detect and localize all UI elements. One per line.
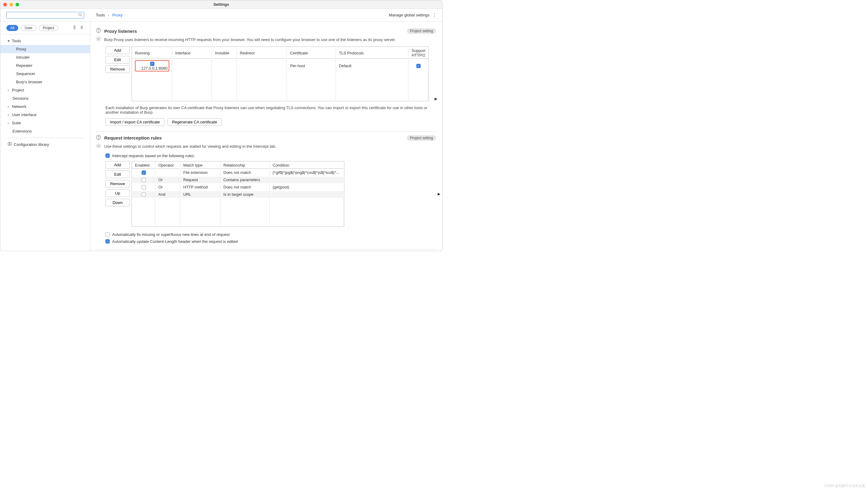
col-operator[interactable]: Operator: [156, 162, 180, 169]
expand-triangle-icon[interactable]: ▶: [438, 192, 440, 196]
minimize-window-button[interactable]: [9, 3, 13, 6]
chevron-right-icon: ›: [108, 13, 109, 17]
col-relationship[interactable]: Relationship: [221, 162, 270, 169]
sidebar-item-sessions[interactable]: Sessions: [0, 94, 90, 102]
section-title: Request interception rules: [104, 135, 404, 141]
table-row[interactable]: Or Request Contains parameters: [132, 177, 343, 183]
rule-enabled-checkbox[interactable]: [142, 185, 146, 189]
manage-global-settings-link[interactable]: Manage global settings: [389, 13, 429, 17]
chevron-right-icon: ›: [8, 104, 12, 109]
col-tls[interactable]: TLS Protocols: [336, 48, 408, 59]
auto-update-content-length-checkbox[interactable]: ✓: [105, 239, 110, 243]
auto-fix-newlines-label: Automatically fix missing or superfluous…: [112, 232, 230, 237]
breadcrumb-proxy[interactable]: Proxy: [113, 13, 122, 17]
top-row: Tools › Proxy Manage global settings ⋮: [0, 9, 442, 22]
collapse-all-icon[interactable]: [80, 25, 84, 30]
table-row[interactable]: ✓ File extension Does not match (^gif$|^…: [132, 169, 343, 176]
proxy-listeners-table[interactable]: Running Interface Invisible Redirect Cer…: [132, 47, 429, 101]
section-response-interception: Response interception rules Project sett…: [96, 250, 436, 251]
intercept-based-on-rules-checkbox[interactable]: ✓: [105, 154, 110, 158]
auto-fix-newlines-checkbox[interactable]: [105, 232, 110, 237]
table-row[interactable]: Or HTTP method Does not match (get|post): [132, 184, 343, 191]
col-invisible[interactable]: Invisible: [212, 48, 237, 59]
sidebar-item-repeater[interactable]: Repeater: [0, 61, 90, 70]
sidebar-item-sequencer[interactable]: Sequencer: [0, 70, 90, 78]
rule-enabled-checkbox[interactable]: [142, 192, 146, 197]
nav-separator: [6, 138, 84, 138]
svg-point-6: [98, 38, 99, 39]
col-certificate[interactable]: Certificate: [287, 48, 336, 59]
project-setting-badge: Project setting: [407, 135, 436, 141]
gear-icon[interactable]: [96, 36, 101, 43]
sidebar-item-burps-browser[interactable]: Burp's browser: [0, 78, 90, 86]
interception-rules-table[interactable]: Enabled Operator Match type Relationship…: [132, 161, 344, 227]
svg-point-9: [98, 145, 99, 147]
main-content: Proxy listeners Project setting Burp Pro…: [90, 22, 442, 251]
edit-rule-button[interactable]: Edit: [105, 171, 130, 178]
http2-checkbox[interactable]: ✓: [416, 64, 421, 68]
sidebar-item-intruder[interactable]: Intruder: [0, 53, 90, 61]
ca-note: Each installation of Burp generates its …: [105, 105, 436, 115]
section-title: Proxy listeners: [104, 29, 404, 34]
svg-point-5: [98, 32, 98, 32]
filter-user-pill[interactable]: User: [21, 25, 36, 31]
sidebar-item-proxy[interactable]: Proxy: [0, 45, 90, 53]
svg-point-8: [98, 138, 98, 139]
col-match-type[interactable]: Match type: [181, 162, 220, 169]
intercept-based-on-rules-label: Intercept requests based on the followin…: [112, 154, 195, 158]
maximize-window-button[interactable]: [16, 3, 19, 6]
search-input[interactable]: [6, 12, 84, 19]
auto-update-content-length-label: Automatically update Content-Length head…: [112, 239, 238, 244]
regenerate-ca-button[interactable]: Regenerate CA certificate: [167, 118, 222, 126]
down-rule-button[interactable]: Down: [105, 199, 130, 206]
chevron-down-icon: ▾: [8, 39, 12, 43]
filter-row: All User Project: [0, 22, 90, 34]
close-window-button[interactable]: [3, 3, 7, 6]
chevron-right-icon: ›: [8, 113, 12, 117]
expand-triangle-icon[interactable]: ▶: [435, 97, 437, 101]
sidebar-item-user-interface[interactable]: ›User interface: [0, 111, 90, 119]
up-rule-button[interactable]: Up: [105, 189, 130, 197]
more-options-icon[interactable]: ⋮: [432, 12, 437, 18]
breadcrumb: Tools › Proxy: [90, 13, 389, 17]
expand-all-icon[interactable]: [72, 25, 76, 30]
sidebar-item-project[interactable]: ›Project: [0, 86, 90, 94]
col-http2[interactable]: Support HTTP/2: [409, 48, 428, 59]
remove-rule-button[interactable]: Remove: [105, 180, 130, 188]
add-rule-button[interactable]: Add: [105, 161, 130, 169]
window-controls: [3, 3, 19, 6]
sidebar-item-network[interactable]: ›Network: [0, 102, 90, 111]
rule-enabled-checkbox[interactable]: ✓: [142, 171, 146, 175]
import-export-ca-button[interactable]: Import / export CA certificate: [105, 118, 164, 126]
rule-enabled-checkbox[interactable]: [142, 178, 146, 182]
col-condition[interactable]: Condition: [270, 162, 343, 169]
table-row[interactable]: ✓ 127.0.0.1:8080 Per-host Default ✓: [132, 59, 428, 72]
add-listener-button[interactable]: Add: [105, 47, 130, 54]
help-icon[interactable]: [96, 135, 101, 141]
sidebar: All User Project ▾Tools Proxy Intruder R…: [0, 22, 90, 251]
help-icon[interactable]: [96, 28, 101, 34]
col-enabled[interactable]: Enabled: [132, 162, 155, 169]
table-row[interactable]: And URL Is in target scope: [132, 191, 343, 198]
gear-icon[interactable]: [96, 143, 101, 150]
remove-listener-button[interactable]: Remove: [105, 65, 130, 73]
sidebar-item-configuration-library[interactable]: Configuration library: [0, 141, 90, 149]
col-interface[interactable]: Interface: [173, 48, 212, 59]
section-description: Use these settings to control which requ…: [104, 144, 276, 149]
project-setting-badge: Project setting: [407, 28, 436, 34]
highlight-annotation: ✓ 127.0.0.1:8080: [135, 60, 169, 71]
section-description: Burp Proxy uses listeners to receive inc…: [104, 37, 396, 42]
sidebar-item-suite[interactable]: ›Suite: [0, 119, 90, 127]
sidebar-item-tools[interactable]: ▾Tools: [0, 37, 90, 45]
nav-tree: ▾Tools Proxy Intruder Repeater Sequencer…: [0, 34, 90, 149]
filter-all-pill[interactable]: All: [6, 25, 18, 31]
col-running[interactable]: Running: [132, 48, 172, 59]
breadcrumb-tools[interactable]: Tools: [96, 13, 105, 17]
filter-project-pill[interactable]: Project: [39, 25, 58, 31]
sidebar-item-extensions[interactable]: Extensions: [0, 127, 90, 135]
edit-listener-button[interactable]: Edit: [105, 56, 130, 64]
col-redirect[interactable]: Redirect: [237, 48, 287, 59]
chevron-right-icon: ›: [8, 88, 12, 92]
running-checkbox[interactable]: ✓: [150, 62, 154, 66]
window-title: Settings: [213, 2, 229, 7]
